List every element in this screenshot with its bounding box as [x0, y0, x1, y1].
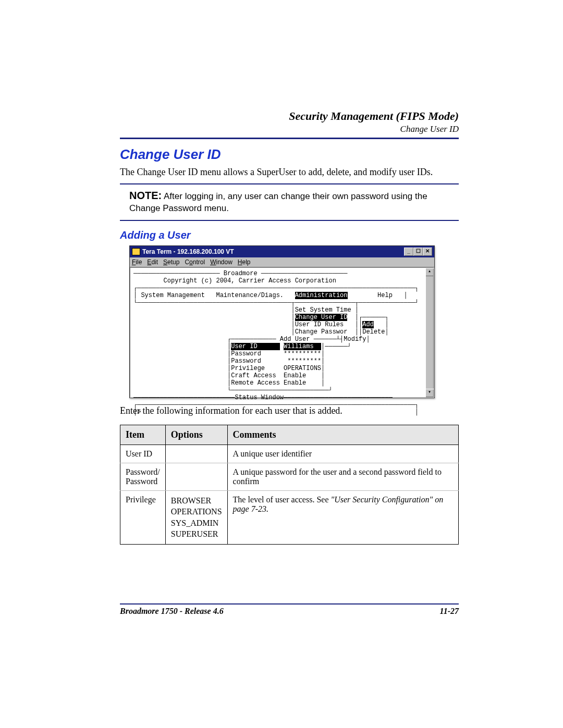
minimize-button[interactable]: _	[404, 248, 413, 256]
cell-item: Password/Password	[120, 463, 166, 490]
terminal-body: ─────────────────────── Broadmore ──────…	[130, 267, 434, 398]
opt-operations: OPERATIONS	[171, 506, 222, 517]
opt-superuser: SUPERUSER	[171, 528, 222, 540]
side-modify[interactable]: Modify	[344, 336, 366, 343]
table-row: User ID A unique user identifier	[120, 445, 459, 463]
cell-item: User ID	[120, 445, 166, 463]
section-intro: The Change User ID menu allows a SuperUs…	[120, 166, 459, 178]
menu-control[interactable]: Control	[185, 258, 205, 266]
comments-pre: The level of user access. See	[233, 495, 331, 504]
banner2: Copyright (c) 2004, Carrier Access Corpo…	[164, 277, 336, 285]
dd-rules[interactable]: User ID Rules	[295, 321, 344, 328]
banner1: Broadmore	[224, 270, 258, 277]
terminal-titlebar: Tera Term - 192.168.200.100 VT _ ☐ ✕	[130, 246, 434, 257]
menu-edit[interactable]: Edit	[147, 258, 158, 266]
menu-setup[interactable]: Setup	[163, 258, 179, 266]
fld-pw1-v[interactable]: **********	[284, 350, 321, 357]
fld-pw2-l: Password	[231, 357, 261, 365]
footer-right: 11-27	[440, 607, 459, 616]
fld-remote-l: Remote Access	[231, 379, 280, 387]
menu-file[interactable]: File	[132, 258, 142, 266]
th-item: Item	[120, 425, 166, 445]
table-row: Privilege BROWSER OPERATIONS SYS_ADMIN S…	[120, 490, 459, 544]
th-options: Options	[165, 425, 227, 445]
page: Security Management (FIPS Mode) Change U…	[0, 0, 563, 728]
dialog-title: Add User	[280, 336, 310, 343]
note-text: After logging in, any user can change th…	[129, 191, 427, 213]
header-title: Security Management (FIPS Mode)	[120, 109, 459, 123]
opt-sysadmin: SYS_ADMIN	[171, 517, 222, 529]
close-button[interactable]: ✕	[423, 248, 432, 256]
note-label: NOTE:	[129, 190, 162, 201]
side-delete[interactable]: Delete	[362, 328, 385, 336]
terminal-window: Tera Term - 192.168.200.100 VT _ ☐ ✕ Fil…	[129, 245, 435, 398]
cell-options	[165, 463, 227, 490]
scroll-up-icon[interactable]: ▴	[425, 268, 434, 276]
dd-change-user[interactable]: Change User ID	[295, 314, 348, 321]
topmenu-admin[interactable]: Administration	[295, 292, 348, 299]
fld-craft-l: Craft Access	[231, 372, 276, 379]
topmenu-maint[interactable]: Maintenance/Diags.	[216, 292, 284, 299]
header-rule	[120, 138, 459, 139]
cell-comments: A unique password for the user and a sec…	[227, 463, 458, 490]
side-add[interactable]: Add	[362, 321, 374, 328]
fld-remote-v[interactable]: Enable	[284, 379, 306, 387]
opt-browser: BROWSER	[171, 495, 222, 507]
page-footer: Broadmore 1750 - Release 4.6 11-27	[120, 603, 459, 616]
cell-comments: The level of user access. See "User Secu…	[227, 490, 458, 544]
fld-userid-l: User ID	[231, 343, 280, 350]
prompt[interactable]: >	[137, 409, 141, 416]
cell-comments: A unique user identifier	[227, 445, 458, 463]
terminal-menubar: File Edit Setup Control Window Help	[130, 257, 434, 267]
dd-change-pw[interactable]: Change Passwor	[295, 328, 348, 336]
footer-left: Broadmore 1750 - Release 4.6	[120, 607, 224, 616]
note-box: NOTE: After logging in, any user can cha…	[120, 183, 459, 221]
menu-window[interactable]: Window	[210, 258, 232, 266]
running-header: Security Management (FIPS Mode) Change U…	[120, 109, 459, 134]
window-title-text: Tera Term - 192.168.200.100 VT	[142, 248, 234, 255]
topmenu-help[interactable]: Help	[377, 292, 393, 299]
table-row: Password/Password A unique password for …	[120, 463, 459, 490]
maximize-button[interactable]: ☐	[413, 248, 423, 256]
status-window-label: Status Window	[235, 394, 284, 401]
cell-item: Privilege	[120, 490, 166, 544]
cell-options: BROWSER OPERATIONS SYS_ADMIN SUPERUSER	[165, 490, 227, 544]
topmenu-sysmgmt[interactable]: System Management	[141, 292, 204, 299]
cell-options	[165, 445, 227, 463]
section-title: Change User ID	[120, 146, 459, 163]
menu-help[interactable]: Help	[238, 258, 251, 266]
options-table: Item Options Comments User ID A unique u…	[120, 425, 459, 545]
th-comments: Comments	[227, 425, 458, 445]
terminal-content: ─────────────────────── Broadmore ──────…	[130, 270, 434, 416]
subsection-title: Adding a User	[120, 229, 459, 241]
fld-userid-v[interactable]: Williams	[284, 343, 321, 350]
fld-pw1-l: Password	[231, 350, 261, 357]
scrollbar[interactable]: ▴ ▾	[425, 268, 434, 397]
scroll-down-icon[interactable]: ▾	[425, 389, 434, 397]
app-icon	[132, 248, 140, 255]
window-controls: _ ☐ ✕	[404, 248, 432, 256]
fld-priv-l: Privilege	[231, 365, 265, 372]
table-header-row: Item Options Comments	[120, 425, 459, 445]
dd-set-time[interactable]: Set System Time	[295, 306, 351, 314]
fld-priv-v[interactable]: OPERATIONS	[284, 365, 321, 372]
header-subtitle: Change User ID	[120, 124, 459, 134]
fld-pw2-v[interactable]: *********	[287, 357, 321, 365]
fld-craft-v[interactable]: Enable	[284, 372, 306, 379]
